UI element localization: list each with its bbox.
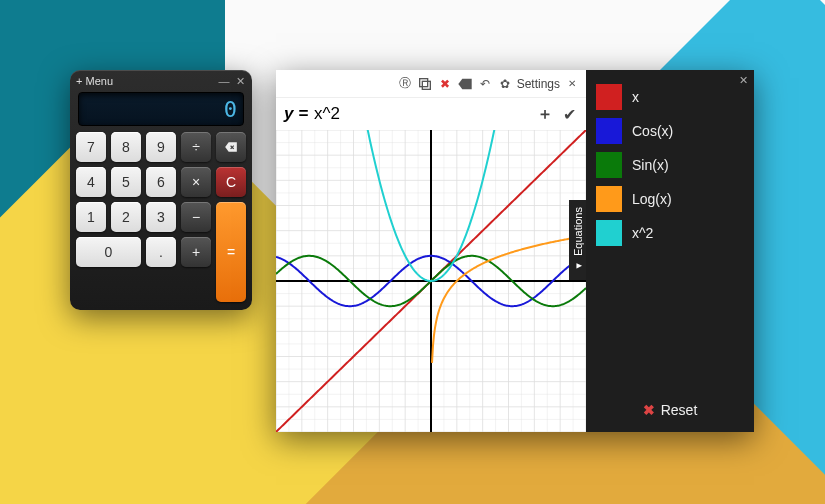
key-4[interactable]: 4 bbox=[76, 167, 106, 197]
key-decimal[interactable]: . bbox=[146, 237, 176, 267]
equation-label: Sin(x) bbox=[632, 157, 669, 173]
key-0[interactable]: 0 bbox=[76, 237, 141, 267]
confirm-equation-icon[interactable]: ✔ bbox=[560, 105, 578, 123]
equations-tab[interactable]: ◂Equations bbox=[569, 200, 587, 280]
graph-toolbar: Ⓡ ✖ ↶ ✿ Settings ✕ bbox=[276, 70, 586, 98]
equation-input-row: y = x^2 ＋ ✔ bbox=[276, 98, 586, 130]
copy-icon[interactable] bbox=[417, 76, 433, 92]
key-8[interactable]: 8 bbox=[111, 132, 141, 162]
registered-icon[interactable]: Ⓡ bbox=[397, 76, 413, 92]
key-divide[interactable]: ÷ bbox=[181, 132, 211, 162]
color-swatch bbox=[596, 186, 622, 212]
reset-button[interactable]: ✖ Reset bbox=[586, 392, 754, 432]
backspace-icon[interactable] bbox=[216, 132, 246, 162]
key-equals[interactable]: = bbox=[216, 202, 246, 302]
key-1[interactable]: 1 bbox=[76, 202, 106, 232]
equation-label: Cos(x) bbox=[632, 123, 673, 139]
panel-close-icon[interactable]: ✕ bbox=[739, 74, 748, 87]
equation-label: x^2 bbox=[632, 225, 653, 241]
equation-item[interactable]: x^2 bbox=[596, 218, 744, 248]
color-swatch bbox=[596, 118, 622, 144]
settings-label[interactable]: Settings bbox=[517, 77, 560, 91]
color-swatch bbox=[596, 152, 622, 178]
minimize-icon[interactable]: — bbox=[218, 75, 230, 87]
delete-icon[interactable]: ✖ bbox=[437, 76, 453, 92]
equation-label: Log(x) bbox=[632, 191, 672, 207]
key-2[interactable]: 2 bbox=[111, 202, 141, 232]
erase-icon[interactable] bbox=[457, 76, 473, 92]
graph-window: Ⓡ ✖ ↶ ✿ Settings ✕ y = x^2 ＋ ✔ ◂Equation… bbox=[276, 70, 754, 432]
close-tab-icon[interactable]: ✕ bbox=[564, 76, 580, 92]
key-3[interactable]: 3 bbox=[146, 202, 176, 232]
key-clear[interactable]: C bbox=[216, 167, 246, 197]
equation-label: x bbox=[632, 89, 639, 105]
color-swatch bbox=[596, 220, 622, 246]
reset-label: Reset bbox=[661, 402, 698, 418]
calculator-display: 0 bbox=[78, 92, 244, 126]
undo-icon[interactable]: ↶ bbox=[477, 76, 493, 92]
svg-rect-1 bbox=[419, 78, 427, 86]
key-add[interactable]: + bbox=[181, 237, 211, 267]
key-9[interactable]: 9 bbox=[146, 132, 176, 162]
svg-rect-0 bbox=[422, 81, 430, 89]
add-equation-icon[interactable]: ＋ bbox=[536, 105, 554, 123]
graph-canvas[interactable]: ◂Equations bbox=[276, 130, 586, 432]
calculator-menu-label[interactable]: + Menu bbox=[76, 75, 113, 87]
equation-prefix: y = bbox=[284, 104, 308, 124]
close-icon[interactable]: ✕ bbox=[234, 75, 246, 87]
key-7[interactable]: 7 bbox=[76, 132, 106, 162]
equation-item[interactable]: x bbox=[596, 82, 744, 112]
reset-x-icon: ✖ bbox=[643, 402, 655, 418]
equations-panel: ✕ xCos(x)Sin(x)Log(x)x^2 ✖ Reset bbox=[586, 70, 754, 432]
equation-item[interactable]: Sin(x) bbox=[596, 150, 744, 180]
key-6[interactable]: 6 bbox=[146, 167, 176, 197]
equation-item[interactable]: Cos(x) bbox=[596, 116, 744, 146]
equation-input[interactable]: x^2 bbox=[314, 104, 530, 124]
gear-icon[interactable]: ✿ bbox=[497, 76, 513, 92]
key-subtract[interactable]: − bbox=[181, 202, 211, 232]
key-multiply[interactable]: × bbox=[181, 167, 211, 197]
calculator-window: + Menu — ✕ 0 7 8 9 ÷ 4 5 6 × C 1 2 3 − =… bbox=[70, 70, 252, 310]
key-5[interactable]: 5 bbox=[111, 167, 141, 197]
color-swatch bbox=[596, 84, 622, 110]
equation-item[interactable]: Log(x) bbox=[596, 184, 744, 214]
calculator-titlebar[interactable]: + Menu — ✕ bbox=[70, 70, 252, 92]
